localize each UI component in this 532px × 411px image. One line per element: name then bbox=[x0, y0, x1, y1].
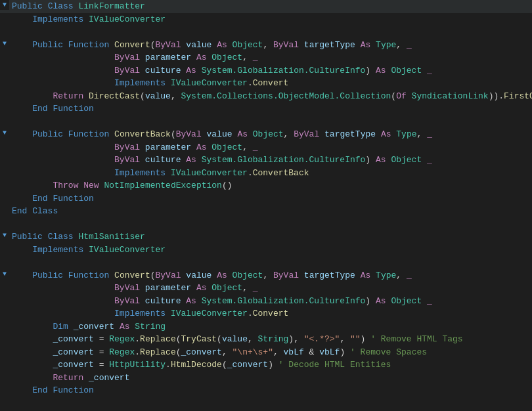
code-line: Implements IValueConverter.ConvertBack bbox=[0, 167, 532, 180]
code-content: Implements IValueConverter.ConvertBack bbox=[9, 167, 532, 180]
code-content: Public Class HtmlSanitiser bbox=[9, 230, 532, 244]
code-content: End Function bbox=[9, 192, 532, 206]
code-line: ByVal culture As System.Globalization.Cu… bbox=[0, 64, 532, 77]
code-line: End Class bbox=[0, 205, 532, 218]
code-content: Implements IValueConverter.Convert bbox=[9, 77, 532, 90]
code-line: ByVal parameter As Object, _ bbox=[0, 282, 532, 295]
code-line bbox=[0, 26, 532, 39]
code-line: ByVal culture As System.Globalization.Cu… bbox=[0, 154, 532, 167]
code-line: _convert = Regex.Replace(TryCast(value, … bbox=[0, 333, 532, 346]
code-content: Dim _convert As String bbox=[9, 320, 532, 334]
code-content: Implements IValueConverter bbox=[9, 244, 532, 257]
code-line: Implements IValueConverter.Convert bbox=[0, 77, 532, 90]
code-content: _convert = Regex.Replace(TryCast(value, … bbox=[9, 333, 532, 346]
code-content bbox=[9, 116, 532, 129]
code-content: ByVal parameter As Object, _ bbox=[9, 51, 532, 64]
code-content: Public Function ConvertBack(ByVal value … bbox=[9, 128, 532, 141]
code-line: _convert = Regex.Replace(_convert, "\n+\… bbox=[0, 346, 532, 359]
code-line: ▼ Public Function ConvertBack(ByVal valu… bbox=[0, 128, 532, 141]
code-content: End Function bbox=[9, 102, 532, 116]
code-content: _convert = Regex.Replace(_convert, "\n+\… bbox=[9, 346, 532, 359]
code-content bbox=[9, 256, 532, 269]
code-line: Dim _convert As String bbox=[0, 320, 532, 334]
code-line: ▼ Public Function Convert(ByVal value As… bbox=[0, 39, 532, 52]
collapse-gutter[interactable]: ▼ bbox=[0, 269, 9, 279]
code-content: Public Function Convert(ByVal value As O… bbox=[9, 269, 532, 282]
collapse-gutter[interactable]: ▼ bbox=[0, 0, 9, 10]
code-content: ByVal culture As System.Globalization.Cu… bbox=[9, 64, 532, 77]
code-line: _convert = HttpUtility.HtmlDecode(_conve… bbox=[0, 358, 532, 372]
code-line: ByVal parameter As Object, _ bbox=[0, 141, 532, 154]
code-line: Return DirectCast(value, System.Collecti… bbox=[0, 90, 532, 103]
code-line: ▼ Public Class LinkFormatter bbox=[0, 0, 532, 13]
code-line: ▼ Public Class HtmlSanitiser bbox=[0, 230, 532, 244]
code-line bbox=[0, 218, 532, 231]
code-content: Return _convert bbox=[9, 372, 532, 385]
code-line: Implements IValueConverter bbox=[0, 13, 532, 26]
code-line: End Function bbox=[0, 192, 532, 206]
code-content: Implements IValueConverter.Convert bbox=[9, 307, 532, 320]
collapse-gutter[interactable]: ▼ bbox=[0, 128, 9, 138]
code-content: Return DirectCast(value, System.Collecti… bbox=[9, 90, 532, 103]
code-line: Return _convert bbox=[0, 372, 532, 385]
code-content: Public Function Convert(ByVal value As O… bbox=[9, 39, 532, 52]
code-content: Throw New NotImplementedException() bbox=[9, 179, 532, 192]
code-line: Implements IValueConverter.Convert bbox=[0, 307, 532, 320]
code-content bbox=[9, 218, 532, 231]
code-line: End Function bbox=[0, 384, 532, 397]
code-content: End Class bbox=[9, 205, 532, 218]
code-content: ByVal culture As System.Globalization.Cu… bbox=[9, 154, 532, 167]
code-line bbox=[0, 116, 532, 129]
code-editor: ▼ Public Class LinkFormatter Implements … bbox=[0, 0, 532, 411]
collapse-gutter[interactable]: ▼ bbox=[0, 230, 9, 240]
code-line: Implements IValueConverter bbox=[0, 244, 532, 257]
code-line: ByVal parameter As Object, _ bbox=[0, 51, 532, 64]
code-line: ByVal culture As System.Globalization.Cu… bbox=[0, 295, 532, 308]
collapse-gutter[interactable]: ▼ bbox=[0, 39, 9, 49]
code-line: ▼ Public Function Convert(ByVal value As… bbox=[0, 269, 532, 282]
code-line: Throw New NotImplementedException() bbox=[0, 179, 532, 192]
code-line: End Function bbox=[0, 102, 532, 116]
code-content: Public Class LinkFormatter bbox=[9, 0, 532, 13]
code-line bbox=[0, 256, 532, 269]
code-content: ByVal culture As System.Globalization.Cu… bbox=[9, 295, 532, 308]
code-content: ByVal parameter As Object, _ bbox=[9, 282, 532, 295]
code-line bbox=[0, 397, 532, 410]
code-content: End Function bbox=[9, 384, 532, 397]
code-content: Implements IValueConverter bbox=[9, 13, 532, 26]
code-content: _convert = HttpUtility.HtmlDecode(_conve… bbox=[9, 358, 532, 372]
code-content bbox=[9, 397, 532, 410]
code-content bbox=[9, 26, 532, 39]
code-content: ByVal parameter As Object, _ bbox=[9, 141, 532, 154]
